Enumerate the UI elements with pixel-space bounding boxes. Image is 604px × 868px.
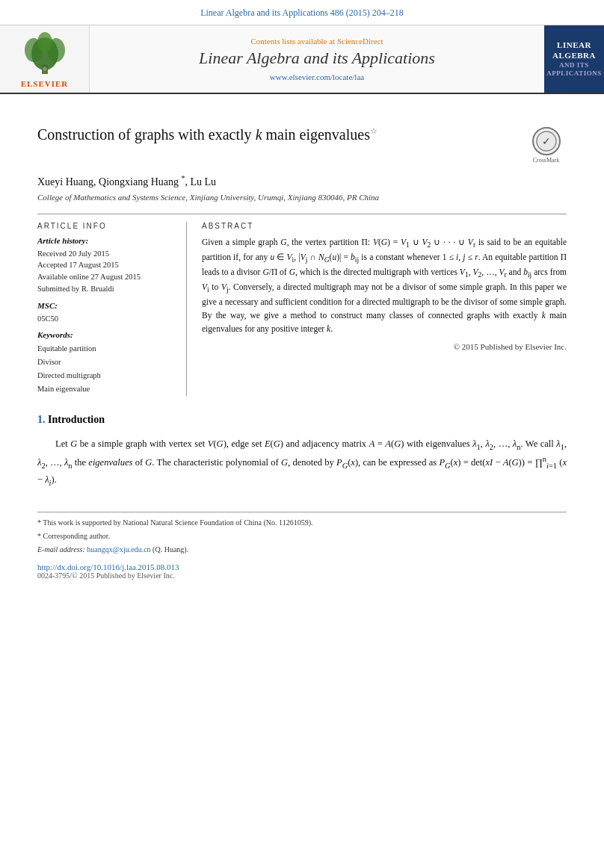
main-content: Construction of graphs with exactly k ma… bbox=[0, 94, 604, 595]
sciencedirect-link: Contents lists available at ScienceDirec… bbox=[250, 37, 383, 46]
abstract-section: ABSTRACT Given a simple graph G, the ver… bbox=[202, 222, 567, 396]
issn: 0024-3795/© 2015 Published by Elsevier I… bbox=[37, 571, 567, 580]
section-1-body: Let G be a simple graph with vertex set … bbox=[37, 436, 567, 490]
elsevier-logo: ELSEVIER bbox=[0, 25, 90, 93]
article-title: Construction of graphs with exactly k ma… bbox=[37, 124, 518, 145]
keyword-2: Divisor bbox=[37, 356, 175, 369]
elsevier-label: ELSEVIER bbox=[21, 79, 69, 88]
footnote-email: E-mail address: huangqx@xju.edu.cn (Q. H… bbox=[37, 544, 567, 555]
keyword-4: Main eigenvalue bbox=[37, 382, 175, 396]
keyword-1: Equitable partition bbox=[37, 342, 175, 356]
svg-point-5 bbox=[43, 66, 47, 71]
journal-reference: Linear Algebra and its Applications 486 … bbox=[0, 0, 604, 25]
submitted-by: Submitted by R. Brualdi bbox=[37, 283, 175, 295]
section-1-title: 1. Introduction bbox=[37, 414, 567, 426]
badge-text: LINEAR ALGEBRA and its Applications bbox=[546, 40, 601, 78]
footnote-star: * This work is supported by National Nat… bbox=[37, 517, 567, 528]
journal-badge: LINEAR ALGEBRA and its Applications bbox=[544, 25, 604, 93]
article-info-heading: ARTICLE INFO bbox=[37, 222, 175, 230]
copyright: © 2015 Published by Elsevier Inc. bbox=[202, 342, 567, 351]
doi-link[interactable]: http://dx.doi.org/10.1016/j.laa.2015.08.… bbox=[37, 562, 567, 571]
crossmark: ✓ CrossMark bbox=[526, 127, 567, 164]
accepted-date: Accepted 17 August 2015 bbox=[37, 259, 175, 271]
article-history-title: Article history: bbox=[37, 236, 175, 245]
abstract-text: Given a simple graph G, the vertex parti… bbox=[202, 236, 567, 336]
available-online-date: Available online 27 August 2015 bbox=[37, 271, 175, 283]
keywords-list: Equitable partition Divisor Directed mul… bbox=[37, 342, 175, 395]
svg-text:✓: ✓ bbox=[542, 135, 551, 147]
keyword-3: Directed multigraph bbox=[37, 369, 175, 382]
msc-value: 05C50 bbox=[37, 313, 175, 325]
crossmark-label: CrossMark bbox=[533, 157, 560, 164]
article-title-section: Construction of graphs with exactly k ma… bbox=[37, 124, 567, 164]
abstract-heading: ABSTRACT bbox=[202, 222, 567, 230]
journal-header: ELSEVIER Contents lists available at Sci… bbox=[0, 25, 604, 94]
keywords-title: Keywords: bbox=[37, 330, 175, 339]
journal-url[interactable]: www.elsevier.com/locate/laa bbox=[270, 72, 364, 81]
authors: Xueyi Huang, Qiongxiang Huang *, Lu Lu bbox=[37, 174, 567, 188]
footnote-corresponding: * Corresponding author. bbox=[37, 530, 567, 542]
journal-title: Linear Algebra and its Applications bbox=[199, 49, 435, 68]
msc-title: MSC: bbox=[37, 301, 175, 310]
header-center: Contents lists available at ScienceDirec… bbox=[90, 25, 544, 93]
two-column-section: ARTICLE INFO Article history: Received 2… bbox=[37, 214, 567, 396]
crossmark-icon: ✓ bbox=[532, 127, 561, 155]
affiliation: College of Mathematics and Systems Scien… bbox=[37, 193, 567, 202]
article-info: ARTICLE INFO Article history: Received 2… bbox=[37, 222, 187, 396]
received-date: Received 20 July 2015 bbox=[37, 248, 175, 260]
svg-point-4 bbox=[37, 32, 52, 52]
footnote-divider: * This work is supported by National Nat… bbox=[37, 512, 567, 555]
